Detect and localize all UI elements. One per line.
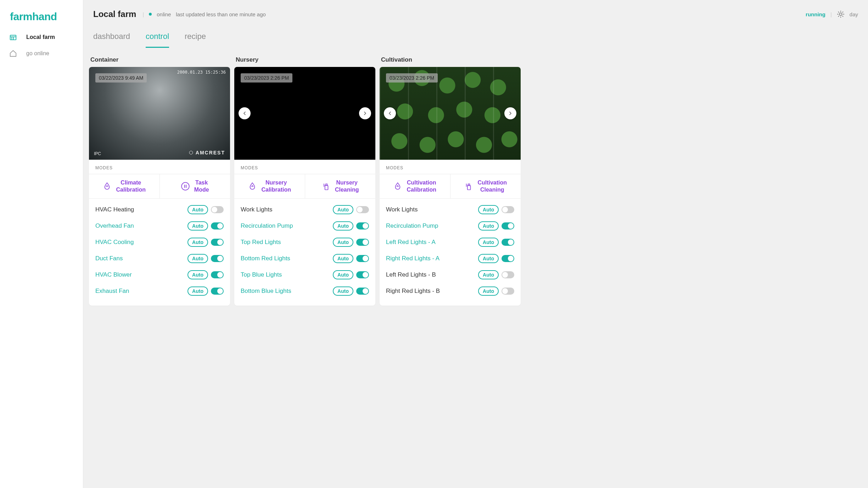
mode-button-cultivation-cleaning[interactable]: CultivationCleaning bbox=[450, 174, 521, 198]
toggle-switch[interactable] bbox=[502, 222, 514, 229]
toggle-switch[interactable] bbox=[211, 255, 224, 262]
mode-button-cultivation-calibration[interactable]: CultivationCalibration bbox=[380, 174, 450, 198]
control-row: Work Lights Auto bbox=[386, 202, 514, 218]
toggle-switch[interactable] bbox=[356, 206, 369, 213]
auto-button[interactable]: Auto bbox=[333, 205, 353, 214]
chevron-right-icon bbox=[508, 110, 513, 116]
toggle-switch[interactable] bbox=[211, 271, 224, 278]
tab-dashboard[interactable]: dashboard bbox=[93, 32, 130, 48]
panel-nursery: 03/23/2023 2:26 PMMODES NurseryCalibrati… bbox=[234, 67, 375, 306]
control-label: Right Red Lights - A bbox=[386, 255, 475, 262]
mode-button-label: CultivationCleaning bbox=[477, 179, 507, 193]
tab-recipe[interactable]: recipe bbox=[185, 32, 206, 48]
camera-nav-left[interactable] bbox=[239, 107, 251, 119]
toggle-switch[interactable] bbox=[502, 271, 514, 278]
panel-cultivation: 03/23/2023 2:26 PMMODES CultivationCalib… bbox=[380, 67, 521, 306]
toggle-switch[interactable] bbox=[502, 239, 514, 246]
toggle-switch[interactable] bbox=[356, 255, 369, 262]
tab-control[interactable]: control bbox=[146, 32, 169, 48]
auto-button[interactable]: Auto bbox=[333, 286, 353, 296]
auto-button[interactable]: Auto bbox=[333, 221, 353, 231]
auto-button[interactable]: Auto bbox=[478, 238, 499, 247]
control-row: HVAC Blower Auto bbox=[95, 267, 224, 283]
toggle-switch[interactable] bbox=[356, 222, 369, 229]
svg-line-4 bbox=[842, 16, 843, 16]
auto-button[interactable]: Auto bbox=[333, 254, 353, 263]
sun-icon bbox=[837, 10, 845, 18]
toggle-switch[interactable] bbox=[356, 239, 369, 246]
control-label: Top Blue Lights bbox=[241, 271, 330, 278]
farm-icon bbox=[9, 33, 17, 41]
sidebar-item-label: go online bbox=[26, 50, 49, 57]
camera-nav-left[interactable] bbox=[384, 107, 396, 119]
pause-icon bbox=[181, 182, 190, 191]
auto-button[interactable]: Auto bbox=[333, 270, 353, 279]
camera-nav-right[interactable] bbox=[359, 107, 371, 119]
control-label: Work Lights bbox=[386, 206, 475, 213]
auto-button[interactable]: Auto bbox=[333, 238, 353, 247]
mode-button-label: ClimateCalibration bbox=[116, 179, 146, 193]
mode-button-task-mode[interactable]: TaskMode bbox=[159, 174, 230, 198]
mode-button-nursery-cleaning[interactable]: NurseryCleaning bbox=[305, 174, 376, 198]
control-row: Bottom Blue Lights Auto bbox=[241, 283, 369, 299]
auto-button[interactable]: Auto bbox=[478, 270, 499, 279]
modes-heading: MODES bbox=[89, 160, 230, 174]
control-row: HVAC Heating Auto bbox=[95, 202, 224, 218]
control-label: HVAC Cooling bbox=[95, 239, 185, 246]
toggle-switch[interactable] bbox=[211, 222, 224, 229]
auto-button[interactable]: Auto bbox=[478, 286, 499, 296]
home-icon bbox=[9, 50, 17, 57]
auto-button[interactable]: Auto bbox=[187, 270, 208, 279]
camera-feed[interactable]: 03/23/2023 2:26 PM bbox=[380, 67, 521, 160]
brand-logo: farmhand bbox=[0, 8, 83, 29]
svg-line-3 bbox=[838, 12, 839, 12]
droplet-adjust-icon bbox=[248, 182, 257, 191]
mode-button-label: CultivationCalibration bbox=[407, 179, 436, 193]
control-row: Top Blue Lights Auto bbox=[241, 267, 369, 283]
camera-brand: AMCREST bbox=[189, 150, 225, 155]
toggle-switch[interactable] bbox=[211, 206, 224, 213]
auto-button[interactable]: Auto bbox=[187, 238, 208, 247]
panel-title: Container bbox=[89, 56, 230, 67]
modes-heading: MODES bbox=[234, 160, 375, 174]
control-row: Top Red Lights Auto bbox=[241, 234, 369, 250]
auto-button[interactable]: Auto bbox=[187, 205, 208, 214]
toggle-switch[interactable] bbox=[502, 255, 514, 262]
mode-button-climate-calibration[interactable]: ClimateCalibration bbox=[89, 174, 159, 198]
auto-button[interactable]: Auto bbox=[478, 254, 499, 263]
svg-line-8 bbox=[842, 12, 843, 12]
toggle-switch[interactable] bbox=[502, 206, 514, 213]
control-row: Recirculation Pump Auto bbox=[241, 218, 369, 234]
auto-button[interactable]: Auto bbox=[478, 205, 499, 214]
toggle-switch[interactable] bbox=[502, 288, 514, 295]
camera-feed[interactable]: 03/22/2023 9:49 AM2000.01.23 15:25:36IPC… bbox=[89, 67, 230, 160]
control-label: Recirculation Pump bbox=[241, 222, 330, 229]
droplet-adjust-icon bbox=[102, 182, 112, 191]
auto-button[interactable]: Auto bbox=[187, 286, 208, 296]
droplet-adjust-icon bbox=[393, 182, 402, 191]
panel-title: Cultivation bbox=[380, 56, 521, 67]
camera-nav-right[interactable] bbox=[504, 107, 516, 119]
toggle-switch[interactable] bbox=[356, 271, 369, 278]
camera-feed[interactable]: 03/23/2023 2:26 PM bbox=[234, 67, 375, 160]
toggle-switch[interactable] bbox=[356, 288, 369, 295]
sidebar: farmhand Local farm go online bbox=[0, 0, 83, 488]
toggle-switch[interactable] bbox=[211, 239, 224, 246]
camera-timestamp: 03/23/2023 2:26 PM bbox=[241, 73, 292, 83]
mode-button-label: TaskMode bbox=[194, 179, 209, 193]
panels-container: Container03/22/2023 9:49 AM2000.01.23 15… bbox=[83, 48, 868, 488]
control-row: Right Red Lights - B Auto bbox=[386, 283, 514, 299]
sidebar-item-label: Local farm bbox=[26, 34, 55, 40]
sidebar-item-local-farm[interactable]: Local farm bbox=[0, 29, 83, 45]
auto-button[interactable]: Auto bbox=[187, 254, 208, 263]
control-row: Duct Fans Auto bbox=[95, 250, 224, 267]
auto-button[interactable]: Auto bbox=[478, 221, 499, 231]
control-label: Exhaust Fan bbox=[95, 288, 185, 295]
status-dot-icon bbox=[149, 13, 152, 16]
mode-button-nursery-calibration[interactable]: NurseryCalibration bbox=[234, 174, 305, 198]
toggle-switch[interactable] bbox=[211, 288, 224, 295]
auto-button[interactable]: Auto bbox=[187, 221, 208, 231]
control-label: Left Red Lights - B bbox=[386, 271, 475, 278]
svg-line-7 bbox=[838, 16, 839, 16]
sidebar-item-go-online[interactable]: go online bbox=[0, 45, 83, 62]
